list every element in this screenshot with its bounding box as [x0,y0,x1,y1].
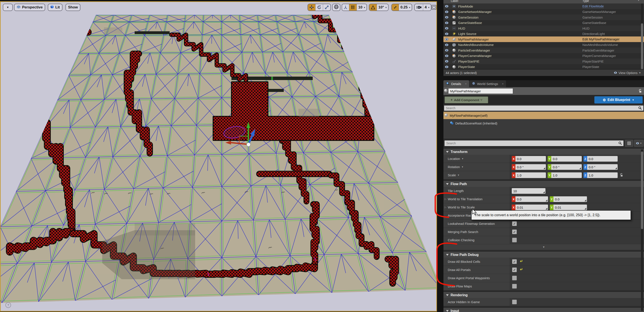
value-field[interactable]: Y0.0 [548,156,582,161]
component-search-input[interactable] [444,105,644,111]
visibility-eye-icon[interactable] [445,38,449,41]
rotation-snap-toggle-button[interactable] [369,4,377,10]
checkbox[interactable] [512,300,517,304]
type-column-header[interactable]: Type [582,0,589,2]
actor-type[interactable]: Edit FlowMode [582,4,604,8]
expand-arrow-icon[interactable]: ▷ [444,206,446,209]
value-field[interactable]: 10 [512,188,546,194]
grid-snap-toggle-button[interactable] [349,4,357,10]
rotation-snap-value-dropdown[interactable]: 10°▾ [377,4,388,10]
property-matrix-button[interactable] [625,140,633,147]
section-header-input[interactable]: Input [444,308,644,312]
value-field[interactable]: X0.0 [512,196,548,202]
property-row-collision-checking[interactable]: Collision Checking [444,236,644,244]
actor-name-input[interactable] [448,88,513,94]
visibility-eye-icon[interactable] [445,54,449,57]
property-row-draw-all-blocked-cells[interactable]: Draw All Blocked Cells✓ [444,258,644,266]
checkbox[interactable] [512,284,517,289]
outliner-row-NavMeshBoundsVolume[interactable]: NavMeshBoundsVolumeNavMeshBoundsVolume [444,42,644,48]
help-icon[interactable]: ? [6,302,11,308]
value-spinner-icon[interactable] [615,167,617,169]
tab-world-settings[interactable]: World Settings× [470,80,506,87]
outliner-header[interactable]: Label Type ▼ [444,0,644,4]
section-header-flow-path-debug[interactable]: Flow Path Debug [444,252,644,258]
value-field[interactable]: Y1.0 [548,172,582,178]
value-spinner-icon[interactable] [584,208,586,209]
tab-details[interactable]: Details× [444,80,470,87]
view-options-button[interactable]: View Options▼ [614,71,641,75]
move-tool-button[interactable] [308,4,316,10]
rotate-tool-button[interactable] [316,4,323,10]
value-field[interactable]: X0.01 [512,205,548,210]
visibility-eye-icon[interactable] [445,49,449,52]
checkbox[interactable] [512,238,517,242]
checkbox[interactable]: ✓ [512,221,517,226]
property-row-world-to-tile-translation[interactable]: ▷World to Tile TranslationX0.0Y0.0 [444,195,644,203]
lit-mode-button[interactable]: Lit [48,4,62,11]
actor-type[interactable]: Edit MyFlowPathManager [582,37,620,41]
camera-speed-value-dropdown[interactable]: 4▾ [423,4,431,10]
checkbox[interactable]: ✓ [512,230,517,234]
section-header-flow-path[interactable]: Flow Path [444,181,644,187]
value-spinner-icon[interactable] [546,199,548,201]
component-row-scene-root[interactable]: DefaultSceneRoot (Inherited) [444,120,644,127]
viewport-3d-scene[interactable] [1,2,436,311]
value-field[interactable]: Z0.0 [584,156,618,161]
property-row-draw-agent-portal-waypoints[interactable]: Draw Agent Portal Waypoints [444,274,644,282]
value-field[interactable]: Z0.0 ° [584,164,618,170]
value-spinner-icon[interactable] [579,167,581,169]
chevron-down-icon[interactable]: ▼ [458,174,460,176]
property-row-actor-hidden-in-game[interactable]: Actor Hidden In Game [444,298,644,306]
visibility-eye-icon[interactable] [445,65,449,68]
visibility-eye-icon[interactable] [445,60,449,63]
value-field[interactable]: X0.0 [512,156,546,161]
viewport-options-button[interactable]: ▼ [3,4,13,11]
scale-snap-toggle-button[interactable] [392,4,399,10]
visibility-eye-icon[interactable] [445,10,449,13]
checkbox[interactable] [512,276,517,280]
chevron-down-icon[interactable]: ▼ [462,166,464,168]
value-field[interactable]: Z1.0 [584,172,618,178]
outliner-scrollbar[interactable] [641,3,643,69]
close-icon[interactable]: × [502,82,504,85]
visibility-eye-icon[interactable] [445,27,449,30]
outliner-row-Light Source[interactable]: Light SourceDirectionalLight [444,31,644,37]
edit-blueprint-button[interactable]: ⚙Edit Blueprint▼ [594,96,643,104]
outliner-row-FlowMode[interactable]: FlowModeEdit FlowMode [444,3,644,9]
property-row-rotation[interactable]: Rotation▼X0.0 °Y0.0 °Z0.0 ° [444,163,644,171]
outliner-row-HUD[interactable]: HUDHUD [444,25,644,31]
property-row-scale[interactable]: Scale▼X1.0Y1.0Z1.0 [444,171,644,179]
grid-snap-value-dropdown[interactable]: 10▾ [357,4,366,10]
value-spinner-icon[interactable] [543,167,545,169]
outliner-row-PlayerStartPIE[interactable]: PlayerStartPIEPlayerStartPIE [444,58,644,64]
surface-snap-button[interactable] [342,4,349,10]
outliner-row-GameSession[interactable]: GameSessionGameSession [444,14,644,20]
visibility-eye-icon[interactable] [445,16,449,19]
reset-to-default-icon[interactable] [520,260,523,264]
section-header-rendering[interactable]: Rendering [444,292,644,298]
value-spinner-icon[interactable] [543,191,545,193]
outliner-row-PlayerState[interactable]: PlayerStatePlayerState [444,64,644,70]
component-row-self[interactable]: MyFlowPathManager(self) [444,112,644,119]
value-spinner-icon[interactable] [584,199,586,201]
show-menu-button[interactable]: Show [66,4,80,11]
outliner-row-GameNetworkManager[interactable]: GameNetworkManagerGameNetworkManager [444,9,644,15]
world-local-space-button[interactable] [332,4,340,11]
property-row-draw-all-portals[interactable]: Draw All Portals✓ [444,266,644,274]
maximize-viewport-button[interactable] [432,5,436,10]
expand-arrow-icon[interactable]: ▷ [444,198,446,200]
perspective-button[interactable]: Perspective [14,4,45,11]
details-search-input[interactable] [444,140,624,146]
property-row-tile-length[interactable]: Tile Length10 [444,187,644,195]
value-field[interactable]: Y0.01 [550,205,587,210]
close-icon[interactable]: × [465,82,467,85]
display-filter-button[interactable]: ▼ [634,140,644,147]
property-row-lookahead-flowmap-generation[interactable]: Lookahead Flowmap Generation✓ [444,220,644,228]
3d-viewport[interactable]: ▼ Perspective Lit Show 10▾ 10°▾ 0.25▾ 4▾… [0,1,437,312]
outliner-row-MyFlowPathManager[interactable]: MyFlowPathManagerEdit MyFlowPathManager [444,36,644,42]
value-field[interactable]: Y0.0 ° [548,164,582,170]
value-spinner-icon[interactable] [546,208,548,209]
camera-speed-icon[interactable] [415,4,423,10]
label-column-header[interactable]: Label [451,0,458,2]
outliner-row-ParticleEventManager[interactable]: ParticleEventManagerParticleEventManager [444,47,644,53]
